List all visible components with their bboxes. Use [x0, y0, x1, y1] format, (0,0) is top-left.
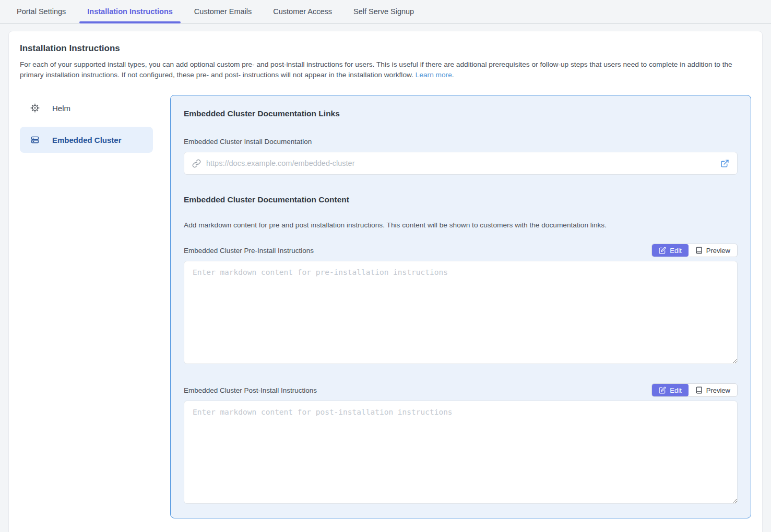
pre-install-preview-button[interactable]: Preview: [689, 244, 737, 257]
tab-self-serve-signup[interactable]: Self Serve Signup: [353, 0, 414, 23]
edit-icon: [659, 386, 666, 394]
nav-item-label: Embedded Cluster: [52, 136, 122, 144]
preview-button-label: Preview: [706, 247, 730, 255]
tab-installation-instructions[interactable]: Installation Instructions: [87, 0, 173, 23]
embedded-cluster-panel: Embedded Cluster Documentation Links Emb…: [170, 95, 751, 518]
learn-more-suffix: .: [452, 71, 454, 79]
pre-install-edit-button[interactable]: Edit: [652, 244, 688, 257]
settings-tabbar: Portal Settings Installation Instruction…: [0, 0, 771, 23]
pre-install-mode-toggle: Edit Preview: [651, 244, 738, 257]
install-doc-input-wrap: [184, 152, 738, 175]
post-install-label: Embedded Cluster Post-Install Instructio…: [184, 386, 317, 394]
tab-portal-settings[interactable]: Portal Settings: [17, 0, 66, 23]
external-link-icon[interactable]: [720, 159, 729, 168]
post-install-textarea[interactable]: [184, 401, 738, 504]
helm-icon: [30, 103, 40, 113]
content-row: Helm Embedded Cluster Embedded Cluster D…: [20, 95, 751, 518]
installation-instructions-card: Installation Instructions For each of yo…: [8, 31, 763, 532]
install-type-nav: Helm Embedded Cluster: [20, 95, 153, 518]
page-title: Installation Instructions: [20, 43, 751, 54]
edit-icon: [659, 247, 666, 254]
page-description-text: For each of your supported install types…: [20, 61, 732, 79]
nav-item-label: Helm: [52, 104, 70, 113]
server-stack-icon: [30, 135, 40, 144]
tab-customer-access[interactable]: Customer Access: [273, 0, 332, 23]
pre-install-label: Embedded Cluster Pre-Install Instruction…: [184, 247, 314, 255]
edit-button-label: Edit: [670, 247, 681, 255]
post-install-editor-header: Embedded Cluster Post-Install Instructio…: [184, 383, 738, 397]
docs-content-description: Add markdown content for pre and post in…: [184, 221, 738, 229]
install-doc-url-input[interactable]: [206, 159, 715, 167]
preview-book-icon: [695, 247, 703, 254]
post-install-preview-button[interactable]: Preview: [689, 384, 737, 396]
install-doc-label: Embedded Cluster Install Documentation: [184, 138, 738, 146]
link-icon: [192, 159, 201, 168]
preview-button-label: Preview: [706, 386, 730, 394]
preview-book-icon: [695, 386, 703, 394]
post-install-mode-toggle: Edit Preview: [651, 383, 738, 397]
docs-links-heading: Embedded Cluster Documentation Links: [184, 109, 738, 118]
post-install-edit-button[interactable]: Edit: [652, 384, 688, 396]
learn-more-link[interactable]: Learn more: [416, 71, 452, 79]
tab-customer-emails[interactable]: Customer Emails: [194, 0, 252, 23]
nav-item-embedded-cluster[interactable]: Embedded Cluster: [20, 127, 153, 153]
page-description: For each of your supported install types…: [20, 59, 750, 80]
edit-button-label: Edit: [670, 386, 681, 394]
docs-content-heading: Embedded Cluster Documentation Content: [184, 195, 738, 204]
nav-item-helm[interactable]: Helm: [20, 95, 153, 121]
pre-install-textarea[interactable]: [184, 261, 738, 364]
pre-install-editor-header: Embedded Cluster Pre-Install Instruction…: [184, 244, 738, 257]
